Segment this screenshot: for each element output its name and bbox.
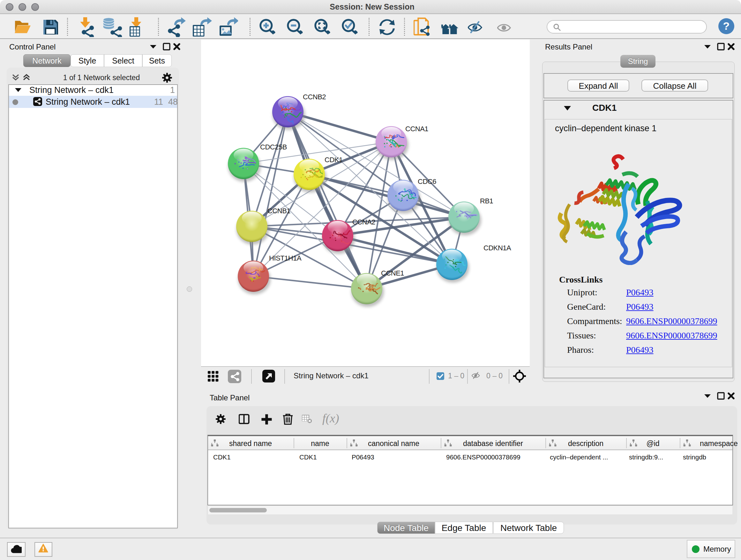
svg-text:CCNB2: CCNB2 <box>303 93 326 101</box>
svg-text:RB1: RB1 <box>480 197 493 205</box>
svg-text:CCNE1: CCNE1 <box>381 269 404 277</box>
svg-text:CCNB1: CCNB1 <box>267 207 290 215</box>
svg-text:HIST1H1A: HIST1H1A <box>269 254 301 262</box>
svg-text:?: ? <box>723 20 730 32</box>
svg-text:CCNA1: CCNA1 <box>405 125 428 133</box>
svg-text:CDKN1A: CDKN1A <box>483 244 511 252</box>
svg-text:CDC6: CDC6 <box>418 178 436 186</box>
svg-text:CDC25B: CDC25B <box>260 143 287 151</box>
svg-text:CCNA2: CCNA2 <box>352 218 375 226</box>
svg-text:CDK1: CDK1 <box>325 156 343 164</box>
